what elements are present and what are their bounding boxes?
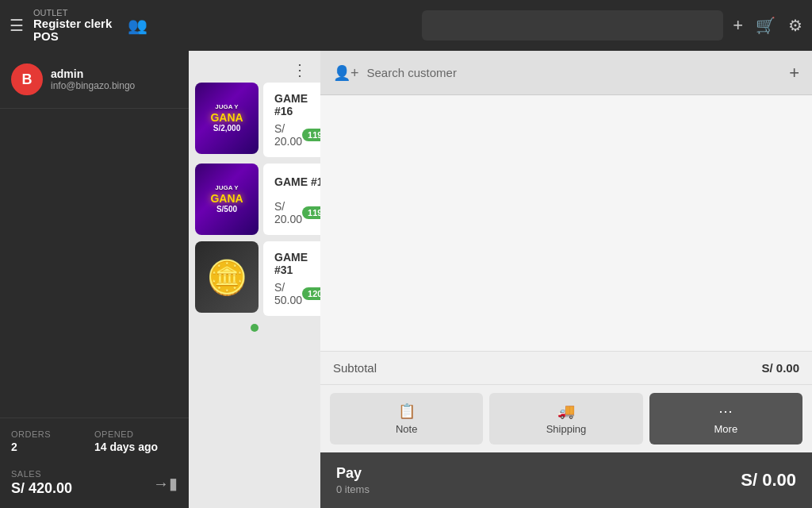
stat-row-orders: ORDERS 2 OPENED 14 days ago bbox=[11, 429, 178, 453]
order-content bbox=[320, 95, 812, 351]
pay-bar[interactable]: Pay 0 items S/ 0.00 bbox=[320, 452, 812, 508]
sales-label: SALES bbox=[11, 469, 72, 479]
opened-value: 14 days ago bbox=[94, 441, 178, 453]
product-badge-game31: 12000 bbox=[302, 287, 320, 300]
stats-section: ORDERS 2 OPENED 14 days ago SALES S/ 420… bbox=[0, 418, 189, 508]
product-price-game16: S/ 20.00 bbox=[274, 122, 302, 148]
sales-info: SALES S/ 420.00 bbox=[11, 469, 72, 497]
team-icon[interactable]: 👥 bbox=[128, 16, 147, 35]
avatar-letter: B bbox=[22, 71, 33, 88]
customer-bar: 👤+ Search customer + bbox=[320, 51, 812, 95]
product-thumbnail-game16-left[interactable]: JUGA Y GANA S/2,000 bbox=[195, 83, 259, 154]
product-thumbnail-game31-left[interactable]: 🪙 bbox=[195, 241, 259, 313]
logout-button[interactable]: →▮ bbox=[153, 474, 178, 493]
product-name-game1: GAME #1 bbox=[274, 175, 320, 188]
orders-label: ORDERS bbox=[11, 429, 94, 439]
pay-label: Pay bbox=[336, 465, 370, 482]
product-area-dots[interactable]: ⋮ bbox=[292, 60, 308, 79]
customer-icon: 👤+ bbox=[333, 64, 359, 82]
global-search-input[interactable] bbox=[422, 10, 723, 40]
top-bar: ☰ OUTLET Register clerk POS 👥 + 🛒 ⚙ bbox=[0, 0, 812, 51]
product-badge-game16: 11971 bbox=[302, 129, 320, 141]
items-count: 0 items bbox=[336, 483, 370, 495]
product-name-game31: GAME #31 bbox=[274, 251, 320, 276]
product-card-game1[interactable]: GAME #1 ⋮ S/ 20.00 11973 bbox=[263, 164, 320, 235]
orders-value: 2 bbox=[11, 441, 94, 453]
add-customer-button[interactable]: + bbox=[789, 63, 799, 83]
app-name: Register clerk POS bbox=[33, 17, 112, 44]
right-panel: 👤+ Search customer + Subtotal S/ 0.00 📋 … bbox=[320, 51, 812, 508]
email: info@bingazo.bingo bbox=[51, 80, 135, 91]
add-button[interactable]: + bbox=[733, 15, 743, 36]
pay-amount: S/ 0.00 bbox=[741, 470, 796, 491]
sidebar: B admin info@bingazo.bingo ORDERS 2 OPEN… bbox=[0, 51, 189, 508]
product-name-game16: GAME #16 bbox=[274, 92, 320, 117]
product-row: JUGA Y GANA S/500 GAME #1 ⋮ S/ 20.00 119… bbox=[195, 164, 314, 235]
note-button[interactable]: 📋 Note bbox=[330, 393, 483, 444]
action-buttons: 📋 Note 🚚 Shipping ⋯ More bbox=[320, 385, 812, 452]
product-row: JUGA Y GANA S/2,000 GAME #16 ⋮ S/ 20.00 … bbox=[195, 83, 314, 157]
profile-section: B admin info@bingazo.bingo bbox=[0, 51, 189, 109]
shipping-button[interactable]: 🚚 Shipping bbox=[489, 393, 642, 444]
more-label: More bbox=[714, 423, 738, 435]
outlet-info: OUTLET Register clerk POS bbox=[33, 8, 112, 44]
product-row: 🪙 GAME #31 ⋮ S/ 50.00 12000 B bbox=[195, 241, 314, 316]
sales-row: SALES S/ 420.00 →▮ bbox=[11, 461, 178, 497]
note-icon: 📋 bbox=[398, 402, 416, 420]
settings-icon[interactable]: ⚙ bbox=[788, 16, 802, 35]
subtotal-label: Subtotal bbox=[333, 361, 377, 375]
orders-stat: ORDERS 2 bbox=[11, 429, 94, 453]
subtotal-value: S/ 0.00 bbox=[761, 361, 799, 375]
product-price-game31: S/ 50.00 bbox=[274, 281, 302, 306]
menu-icon[interactable]: ☰ bbox=[10, 16, 24, 35]
search-customer-label[interactable]: Search customer bbox=[367, 66, 790, 79]
note-label: Note bbox=[396, 423, 417, 435]
shipping-label: Shipping bbox=[546, 423, 587, 435]
opened-label: OPENED bbox=[94, 429, 178, 439]
sales-amount: S/ 420.00 bbox=[11, 480, 72, 497]
product-area-options: ⋮ bbox=[195, 57, 314, 83]
profile-info: admin info@bingazo.bingo bbox=[51, 67, 135, 91]
scroll-dot bbox=[251, 324, 259, 332]
more-icon: ⋯ bbox=[718, 402, 733, 420]
product-thumbnail-game1-left[interactable]: JUGA Y GANA S/500 bbox=[195, 164, 259, 235]
opened-stat: OPENED 14 days ago bbox=[94, 429, 178, 453]
avatar: B bbox=[11, 64, 43, 95]
subtotal-bar: Subtotal S/ 0.00 bbox=[320, 351, 812, 385]
more-button[interactable]: ⋯ More bbox=[649, 393, 802, 444]
shipping-icon: 🚚 bbox=[557, 402, 575, 420]
product-card-game31[interactable]: GAME #31 ⋮ S/ 50.00 12000 bbox=[263, 241, 320, 316]
product-card-game16[interactable]: GAME #16 ⋮ S/ 20.00 11971 bbox=[263, 83, 320, 157]
cart-icon[interactable]: 🛒 bbox=[756, 16, 776, 35]
product-badge-game1: 11973 bbox=[302, 206, 320, 219]
product-area: ⋮ JUGA Y GANA S/2,000 GAME #16 ⋮ S/ 20.0… bbox=[189, 51, 320, 508]
product-price-game1: S/ 20.00 bbox=[274, 200, 302, 225]
username: admin bbox=[51, 67, 135, 80]
